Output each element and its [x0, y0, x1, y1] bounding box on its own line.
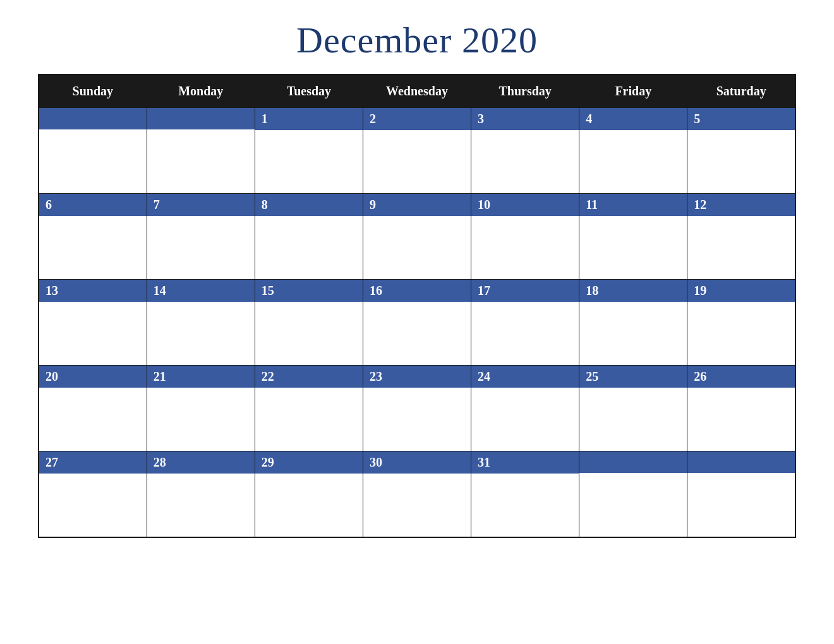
- empty-day-cell: [579, 451, 687, 538]
- empty-day-cell: [687, 451, 795, 538]
- day-cell-2: 2: [363, 108, 471, 194]
- day-number: 14: [147, 280, 255, 302]
- day-number: 28: [147, 451, 255, 474]
- day-cell-6: 6: [39, 194, 147, 280]
- day-number: 24: [471, 366, 579, 388]
- day-cell-18: 18: [579, 280, 687, 366]
- day-number: 27: [39, 451, 147, 474]
- day-number: 25: [579, 366, 687, 388]
- day-cell-14: 14: [147, 280, 255, 366]
- day-number: 23: [363, 366, 471, 388]
- day-number: 13: [39, 280, 147, 302]
- day-number: 20: [39, 366, 147, 388]
- day-number: 30: [363, 451, 471, 474]
- day-cell-29: 29: [255, 451, 363, 538]
- day-cell-8: 8: [255, 194, 363, 280]
- day-number: 7: [147, 194, 255, 216]
- day-number: 31: [471, 451, 579, 474]
- day-cell-26: 26: [687, 366, 795, 451]
- day-cell-17: 17: [471, 280, 579, 366]
- empty-day-cell: [39, 108, 147, 194]
- day-number: 1: [255, 108, 363, 130]
- day-cell-3: 3: [471, 108, 579, 194]
- day-number: 19: [687, 280, 795, 302]
- day-number: 3: [471, 108, 579, 130]
- day-cell-25: 25: [579, 366, 687, 451]
- day-number: 10: [471, 194, 579, 216]
- calendar-table: SundayMondayTuesdayWednesdayThursdayFrid…: [38, 74, 796, 538]
- day-cell-1: 1: [255, 108, 363, 194]
- day-cell-15: 15: [255, 280, 363, 366]
- calendar-week-row: 12345: [39, 108, 795, 194]
- day-number: 12: [687, 194, 795, 216]
- day-number: 5: [687, 108, 795, 130]
- header-day-saturday: Saturday: [687, 75, 795, 108]
- day-number: 4: [579, 108, 687, 130]
- header-day-monday: Monday: [147, 75, 255, 108]
- empty-day-cell: [147, 108, 255, 194]
- day-cell-11: 11: [579, 194, 687, 280]
- day-cell-20: 20: [39, 366, 147, 451]
- day-cell-12: 12: [687, 194, 795, 280]
- day-cell-4: 4: [579, 108, 687, 194]
- day-cell-7: 7: [147, 194, 255, 280]
- day-number: 9: [363, 194, 471, 216]
- page-title: December 2020: [296, 19, 538, 61]
- day-number: 2: [363, 108, 471, 130]
- calendar-week-row: 2728293031: [39, 451, 795, 538]
- header-day-friday: Friday: [579, 75, 687, 108]
- day-number: 21: [147, 366, 255, 388]
- day-number: 17: [471, 280, 579, 302]
- calendar-header-row: SundayMondayTuesdayWednesdayThursdayFrid…: [39, 75, 795, 108]
- day-cell-31: 31: [471, 451, 579, 538]
- day-cell-24: 24: [471, 366, 579, 451]
- day-number: 26: [687, 366, 795, 388]
- day-cell-13: 13: [39, 280, 147, 366]
- day-number: 22: [255, 366, 363, 388]
- header-day-wednesday: Wednesday: [363, 75, 471, 108]
- calendar-week-row: 20212223242526: [39, 366, 795, 451]
- day-number: 15: [255, 280, 363, 302]
- day-cell-28: 28: [147, 451, 255, 538]
- day-cell-16: 16: [363, 280, 471, 366]
- header-day-tuesday: Tuesday: [255, 75, 363, 108]
- day-number: 18: [579, 280, 687, 302]
- day-number: 6: [39, 194, 147, 216]
- header-day-sunday: Sunday: [39, 75, 147, 108]
- day-cell-9: 9: [363, 194, 471, 280]
- day-cell-21: 21: [147, 366, 255, 451]
- day-cell-22: 22: [255, 366, 363, 451]
- day-number: 11: [579, 194, 687, 216]
- day-number: 8: [255, 194, 363, 216]
- day-cell-19: 19: [687, 280, 795, 366]
- day-cell-10: 10: [471, 194, 579, 280]
- day-number: 29: [255, 451, 363, 474]
- day-cell-5: 5: [687, 108, 795, 194]
- calendar-week-row: 6789101112: [39, 194, 795, 280]
- day-cell-23: 23: [363, 366, 471, 451]
- day-number: 16: [363, 280, 471, 302]
- day-cell-27: 27: [39, 451, 147, 538]
- header-day-thursday: Thursday: [471, 75, 579, 108]
- day-cell-30: 30: [363, 451, 471, 538]
- calendar-week-row: 13141516171819: [39, 280, 795, 366]
